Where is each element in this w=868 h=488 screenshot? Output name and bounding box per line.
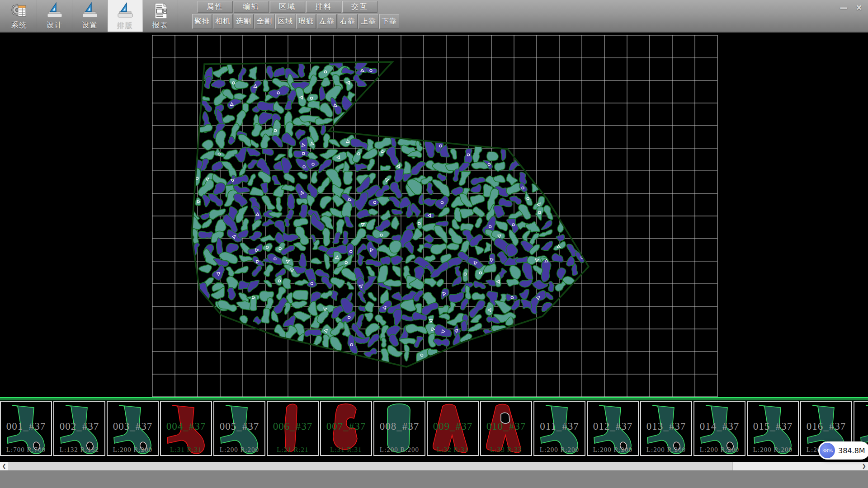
main-button-3[interactable]: 设置 [72, 0, 108, 32]
part-thumbnail-4[interactable]: 004_#37 L:31 R:31 [160, 401, 212, 456]
main-button-label: 排版 [117, 21, 133, 30]
main-button-2[interactable]: 设计 [37, 0, 72, 32]
nesting-canvas[interactable] [0, 33, 868, 397]
part-lr-count-label: L:200 R:200 [748, 446, 798, 454]
part-thumbnail-list: 001_#37 L:700 R:700 002_#37 L:132 R:132 … [0, 401, 868, 458]
part-thumbnail-10[interactable]: 010_#37 L:33 R:33 [480, 401, 532, 456]
part-thumbnail-11[interactable]: 011_#37 L:200 R:200 [533, 401, 585, 456]
scrollbar-thumb[interactable] [8, 462, 733, 470]
top-toolbar: 系统 设计 设置 排版 [0, 0, 868, 33]
main-button-label: 报表 [152, 21, 169, 30]
part-lr-count-label: L:31 R:31 [321, 446, 371, 454]
window-controls: —✕ [837, 2, 865, 13]
main-button-5[interactable]: 报表 [143, 0, 178, 32]
progress-percent-indicator: 38% [820, 443, 835, 458]
part-thumbnail-6[interactable]: 006_#37 L:21 R:21 [267, 401, 319, 456]
part-thumbnail-5[interactable]: 005_#37 L:200 R:200 [213, 401, 265, 456]
tab-3[interactable]: 区域 [270, 1, 305, 13]
tab-5[interactable]: 交互 [342, 1, 377, 13]
part-id-label: 012_#37 [588, 421, 638, 432]
ribbon-button-6[interactable]: 瑕疵 [296, 14, 316, 29]
tab-1[interactable]: 属性 [198, 1, 233, 13]
part-id-label: 014_#37 [694, 421, 745, 432]
parts-strip: 001_#37 L:700 R:700 002_#37 L:132 R:132 … [0, 397, 868, 458]
ribbon-button-2[interactable]: 相机 [213, 14, 233, 29]
system-gear-icon [10, 2, 28, 20]
part-id-label: 002_#37 [54, 421, 104, 432]
part-thumbnail-8[interactable]: 008_#37 L:200 R:200 [373, 401, 425, 456]
part-lr-count-label: L:200 R:200 [694, 446, 745, 454]
part-lr-count-label: L:132 R:132 [54, 446, 104, 454]
layout-ruler-icon [116, 2, 134, 20]
design-ruler-icon [46, 2, 64, 20]
bottom-status-bar [0, 470, 868, 488]
main-button-4[interactable]: 排版 [108, 0, 143, 32]
part-id-label: 0 [854, 421, 868, 432]
minimize-button[interactable]: — [837, 2, 850, 13]
part-thumbnail-12[interactable]: 012_#37 L:200 R:200 [587, 401, 639, 456]
main-button-bar: 系统 设计 设置 排版 [2, 0, 178, 32]
part-id-label: 016_#37 [801, 421, 851, 432]
part-lr-count-label: L:700 R:700 [1, 446, 51, 454]
scroll-right-arrow-icon[interactable]: ❯ [860, 462, 868, 470]
main-button-label: 系统 [11, 21, 28, 30]
part-id-label: 006_#37 [268, 421, 318, 432]
ribbon-button-9[interactable]: 上靠 [359, 14, 378, 29]
part-thumbnail-15[interactable]: 015_#37 L:200 R:200 [747, 401, 799, 456]
part-lr-count-label: L:21 R:21 [268, 446, 318, 454]
part-thumbnail-7[interactable]: 007_#37 L:31 R:31 [320, 401, 372, 456]
part-id-label: 007_#37 [321, 421, 371, 432]
part-thumbnail-9[interactable]: 009_#37 L:32 R:31 [427, 401, 479, 456]
ribbon-tab-bar: 属性编辑区域排料交互 [198, 1, 378, 13]
tab-4[interactable]: 排料 [306, 1, 341, 13]
part-id-label: 009_#37 [428, 421, 478, 432]
ribbon-button-bar: 聚排相机选割全割区域瑕疵左靠右靠上靠下靠 [192, 14, 400, 29]
part-lr-count-label: L:32 R:31 [428, 446, 478, 454]
tab-2[interactable]: 编辑 [234, 1, 269, 13]
part-lr-count-label: L:31 R:31 [161, 446, 211, 454]
ribbon-button-1[interactable]: 聚排 [192, 14, 212, 29]
part-thumbnail-13[interactable]: 013_#37 L:200 R:200 [640, 401, 692, 456]
close-button[interactable]: ✕ [853, 2, 865, 13]
part-lr-count-label: L:200 R:200 [214, 446, 264, 454]
part-thumbnail-2[interactable]: 002_#37 L:132 R:132 [53, 401, 105, 456]
memory-progress-badge: 38% 384.8M [818, 441, 868, 460]
ribbon-button-5[interactable]: 区域 [275, 14, 295, 29]
ribbon-button-10[interactable]: 下靠 [379, 14, 399, 29]
part-lr-count-label: L:200 R:200 [374, 446, 425, 454]
part-lr-count-label: L:200 R:200 [641, 446, 691, 454]
report-doc-icon [151, 2, 170, 20]
main-button-label: 设计 [47, 21, 63, 30]
part-id-label: 001_#37 [1, 421, 51, 432]
horizontal-scrollbar[interactable]: ❮ ❯ [0, 462, 868, 470]
strip-accent-line-2 [0, 399, 868, 400]
scroll-left-arrow-icon[interactable]: ❮ [0, 462, 9, 470]
main-button-1[interactable]: 系统 [2, 0, 37, 32]
part-lr-count-label: L:33 R:33 [481, 446, 531, 454]
ribbon-button-7[interactable]: 左靠 [317, 14, 337, 29]
part-id-label: 010_#37 [481, 421, 531, 432]
part-lr-count-label: L:200 R:200 [108, 446, 158, 454]
part-id-label: 008_#37 [374, 421, 425, 432]
part-thumbnail-14[interactable]: 014_#37 L:200 R:200 [693, 401, 745, 456]
part-id-label: 003_#37 [108, 421, 158, 432]
part-id-label: 005_#37 [214, 421, 264, 432]
part-id-label: 004_#37 [161, 421, 211, 432]
part-id-label: 011_#37 [534, 421, 585, 432]
memory-usage-label: 384.8M [838, 446, 865, 455]
part-thumbnail-1[interactable]: 001_#37 L:700 R:700 [0, 401, 52, 456]
part-lr-count-label: L:200 R:200 [534, 446, 585, 454]
main-button-label: 设置 [82, 21, 98, 30]
part-thumbnail-3[interactable]: 003_#37 L:200 R:200 [107, 401, 159, 456]
ribbon-button-3[interactable]: 选割 [234, 14, 254, 29]
part-id-label: 013_#37 [641, 421, 691, 432]
nesting-canvas-drawing [0, 33, 868, 397]
settings-ruler-icon [81, 2, 99, 20]
ribbon-button-4[interactable]: 全割 [255, 14, 274, 29]
part-lr-count-label: L:200 R:200 [588, 446, 638, 454]
ribbon-button-8[interactable]: 右靠 [338, 14, 358, 29]
part-id-label: 015_#37 [748, 421, 798, 432]
